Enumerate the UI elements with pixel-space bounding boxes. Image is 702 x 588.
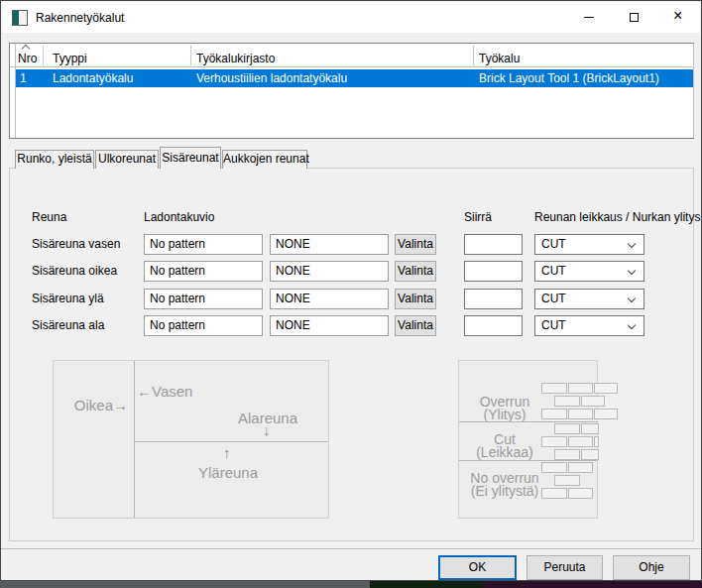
brick [541, 488, 567, 499]
cut-dropdown[interactable]: CUT [534, 289, 644, 309]
tab-runko-yleista[interactable]: Runko, yleistä [15, 150, 94, 169]
library-field[interactable]: NONE [270, 234, 389, 255]
heading-siirra: Siirrä [464, 210, 492, 224]
oikea-text: Oikea [74, 397, 113, 413]
heading-cut: Reunan leikkaus / Nurkan ylitys [534, 210, 700, 224]
cell-tyokalu: Brick Layout Tool 1 (BrickLayout1) [479, 69, 659, 87]
heading-pattern: Ladontakuvio [144, 210, 214, 224]
column-separator [473, 46, 474, 65]
brick [554, 423, 580, 434]
vasen-text: Vasen [152, 383, 192, 400]
label-vasen: ←Vasen [137, 383, 192, 400]
edge-label: Sisäreuna ala [32, 315, 104, 336]
edge-label: Sisäreuna oikea [32, 261, 117, 282]
window-title: Rakennetyökalut [36, 11, 124, 25]
siirra-input[interactable] [464, 315, 523, 336]
maximize-button[interactable] [612, 2, 657, 33]
brick [568, 436, 593, 447]
section-divider [459, 421, 597, 422]
brick [541, 462, 567, 473]
table-edge-line [15, 44, 16, 138]
brick [541, 383, 567, 394]
pattern-field[interactable]: No pattern [144, 289, 263, 309]
brick [568, 488, 593, 499]
ok-button[interactable]: OK [438, 555, 517, 580]
tab-aukkojen-reunat[interactable]: Aukkojen reunat [222, 150, 307, 169]
column-separator [43, 46, 44, 65]
section-divider [459, 460, 597, 461]
cell-kirjasto: Verhoustiilien ladontatyökalu [196, 69, 347, 87]
label-ylitys: (Ylitys) [459, 409, 550, 421]
cut-dropdown-value: CUT [541, 318, 566, 332]
label-oikea: Oikea→ [74, 397, 128, 413]
brick [568, 462, 593, 473]
brick [594, 409, 618, 419]
valinta-button[interactable]: Valinta [395, 261, 436, 282]
cut-dropdown[interactable]: CUT [534, 315, 644, 336]
siirra-input[interactable] [464, 261, 523, 282]
pattern-field[interactable]: No pattern [144, 261, 263, 282]
wall-right-line [134, 361, 135, 518]
brick [568, 409, 593, 419]
label-ei-ylitysta: (Ei ylitystä) [459, 485, 550, 498]
valinta-button[interactable]: Valinta [395, 289, 436, 309]
library-field[interactable]: NONE [270, 289, 389, 309]
close-button[interactable]: × [657, 2, 702, 33]
tab-ulkoreunat[interactable]: Ulkoreunat [95, 150, 159, 169]
brick [554, 449, 580, 460]
cell-nro: 1 [20, 69, 27, 87]
siirra-input[interactable] [464, 234, 523, 255]
cut-dropdown[interactable]: CUT [534, 234, 644, 255]
edge-label: Sisäreuna ylä [32, 289, 104, 309]
brick [594, 436, 599, 447]
arrow-up-icon: ↑ [223, 444, 231, 461]
maximize-icon [630, 13, 639, 22]
arrow-down-icon: ↓ [263, 421, 271, 438]
cut-dropdown-value: CUT [541, 264, 566, 278]
tab-sisareunat[interactable]: Sisäreunat [160, 147, 221, 169]
pattern-field[interactable]: No pattern [144, 234, 263, 255]
brick [541, 409, 567, 419]
minimize-button[interactable] [566, 2, 612, 33]
dropdown-chevron-icon [628, 240, 636, 248]
titlebar: Rakennetyökalut × [2, 2, 700, 33]
cancel-button[interactable]: Peruuta [526, 555, 603, 580]
tab-page-sisareunat: Reuna Ladontakuvio Siirrä Reunan leikkau… [9, 168, 694, 541]
cut-dropdown[interactable]: CUT [534, 261, 644, 282]
desktop-segment [370, 581, 483, 588]
column-header-tyyppi[interactable]: Tyyppi [53, 52, 87, 65]
cell-tyyppi: Ladontatyökalu [53, 69, 133, 87]
edge-label: Sisäreuna vasen [32, 234, 120, 255]
label-ylareuna: Yläreuna [198, 464, 258, 481]
siirra-input[interactable] [464, 289, 523, 309]
library-field[interactable]: NONE [270, 261, 389, 282]
overrun-diagram: Overrun (Ylitys) Cut (Leikkaa) No overru… [458, 360, 598, 519]
table-row-selected[interactable]: 1 Ladontatyökalu Verhoustiilien ladontat… [16, 69, 693, 87]
library-field[interactable]: NONE [270, 315, 389, 336]
dropdown-chevron-icon [628, 294, 636, 302]
help-button[interactable]: Ohje [613, 555, 690, 580]
column-header-nro[interactable]: Nro [18, 52, 37, 65]
footer-divider [1, 548, 701, 549]
brick [568, 383, 593, 394]
close-icon: × [673, 7, 682, 25]
valinta-button[interactable]: Valinta [395, 234, 436, 255]
brick [554, 396, 580, 407]
desktop-background-strip [0, 581, 702, 588]
minimize-icon [584, 17, 594, 18]
table-edge-line [693, 44, 694, 138]
column-header-kirjasto[interactable]: Työkalukirjasto [196, 52, 275, 65]
app-icon [12, 10, 28, 26]
dropdown-chevron-icon [628, 321, 636, 329]
dialog-window: Rakennetyökalut × Nro Tyyppi Työkalukirj… [0, 0, 702, 581]
column-header-tyokalu[interactable]: Työkalu [479, 52, 520, 65]
brick [581, 396, 605, 407]
arrow-right-icon: → [113, 397, 128, 413]
pattern-field[interactable]: No pattern [144, 315, 263, 336]
brick [581, 449, 599, 460]
desktop-segment [0, 581, 370, 588]
brick [581, 423, 599, 434]
valinta-button[interactable]: Valinta [395, 315, 436, 336]
heading-reuna: Reuna [32, 210, 66, 224]
label-leikkaa: (Leikkaa) [459, 446, 550, 459]
